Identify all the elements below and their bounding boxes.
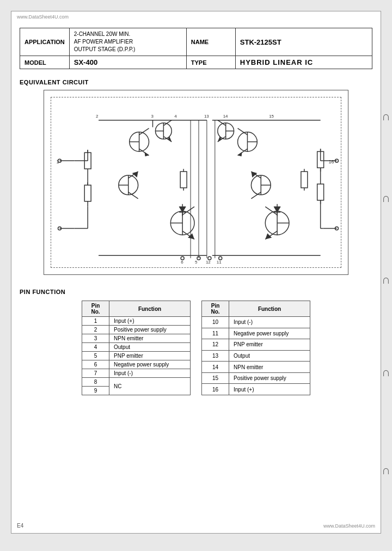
left-table-col2: Function [109, 301, 191, 317]
left-pin-row: 1Input (+) [82, 317, 191, 326]
left-pin-row: 4Output [82, 343, 191, 352]
pin-function: Input (+) [109, 317, 191, 326]
model-label: MODEL [20, 56, 70, 69]
pin-number: 13 [202, 350, 229, 362]
pin-function: NC [109, 378, 191, 395]
pin-function: Input (-) [109, 369, 191, 378]
page-number: E4 [17, 523, 23, 529]
bracket-2: ∩ [382, 191, 390, 205]
pin-function: Positive power supply [109, 326, 191, 334]
right-pin-row: 11Negative power supply [202, 328, 310, 339]
circuit-diagram: 1 7 16 10 [44, 90, 348, 275]
pin-number: 8 [82, 378, 109, 387]
pin-function: Output [229, 350, 310, 362]
pin-function: PNP emitter [109, 352, 191, 360]
bracket-3: ∩ [382, 273, 390, 287]
left-pin-row: 3NPN emitter [82, 334, 191, 343]
application-label: APPLICATION [20, 28, 70, 56]
pin-number: 1 [82, 317, 109, 326]
pin-function: Negative power supply [109, 360, 191, 369]
left-table-col1: Pin No. [82, 301, 109, 317]
datasheet-page: www.DataSheet4U.com APPLICATION 2-CHANNE… [11, 11, 381, 534]
pin-number: 10 [202, 317, 229, 328]
right-pin-row: 14NPN emitter [202, 362, 310, 373]
pin-function: Negative power supply [229, 328, 310, 339]
right-table-col1: Pin No. [202, 301, 229, 317]
pin-number: 7 [82, 369, 109, 378]
pin-number: 15 [202, 372, 229, 384]
pin-function: Input (-) [229, 317, 310, 328]
pin-tables-container: Pin No. Function 1Input (+)2Positive pow… [20, 301, 372, 395]
pin-number: 14 [202, 362, 229, 373]
bracket-1: ∩ [382, 109, 390, 124]
pin-function: PNP emitter [229, 339, 310, 351]
name-value: STK-2125ST [235, 28, 372, 56]
watermark-bottom: www.DataSheet4U.com [323, 523, 375, 529]
type-label: TYPE [186, 56, 235, 69]
pin-function: NPN emitter [229, 362, 310, 373]
bracket-4: ∩ [382, 365, 390, 379]
pin-function: Positive power supply [229, 372, 310, 384]
right-pin-row: 10Input (-) [202, 317, 310, 328]
pin-function-title: PIN FUNCTION [20, 289, 372, 295]
pin-number: 9 [82, 387, 109, 395]
left-pin-row: 8NC [82, 378, 191, 387]
type-value: HYBRID LINEAR IC [235, 56, 372, 69]
circuit-inner-border [51, 97, 341, 268]
pin-table-left: Pin No. Function 1Input (+)2Positive pow… [82, 301, 191, 395]
pin-number: 4 [82, 343, 109, 352]
left-pin-row: 5PNP emitter [82, 352, 191, 360]
header-table: APPLICATION 2-CHANNEL 20W MIN. AF POWER … [20, 28, 372, 69]
left-pin-row: 2Positive power supply [82, 326, 191, 334]
name-label: NAME [186, 28, 235, 56]
pin-number: 3 [82, 334, 109, 343]
model-value: SX-400 [69, 56, 186, 69]
watermark-top: www.DataSheet4U.com [17, 14, 69, 20]
application-value: 2-CHANNEL 20W MIN. AF POWER AMPLIFIER OU… [69, 28, 186, 56]
pin-number: 6 [82, 360, 109, 369]
right-pin-row: 13Output [202, 350, 310, 362]
bracket-5: ∩ [382, 463, 390, 477]
pin-number: 11 [202, 328, 229, 339]
pin-table-right: Pin No. Function 10Input (-)11Negative p… [201, 301, 310, 395]
pin-number: 16 [202, 384, 229, 395]
pin-number: 12 [202, 339, 229, 351]
pin-function: Output [109, 343, 191, 352]
left-pin-row: 7Input (-) [82, 369, 191, 378]
left-pin-row: 6Negative power supply [82, 360, 191, 369]
right-pin-row: 15Positive power supply [202, 372, 310, 384]
pin-function: NPN emitter [109, 334, 191, 343]
right-pin-row: 16Input (+) [202, 384, 310, 395]
right-pin-row: 12PNP emitter [202, 339, 310, 351]
pin-function: Input (+) [229, 384, 310, 395]
equivalent-circuit-title: EQUIVALENT CIRCUIT [20, 79, 372, 85]
pin-number: 5 [82, 352, 109, 360]
pin-function-section: PIN FUNCTION Pin No. Function 1Input (+)… [20, 289, 372, 395]
pin-number: 2 [82, 326, 109, 334]
right-table-col2: Function [229, 301, 310, 317]
